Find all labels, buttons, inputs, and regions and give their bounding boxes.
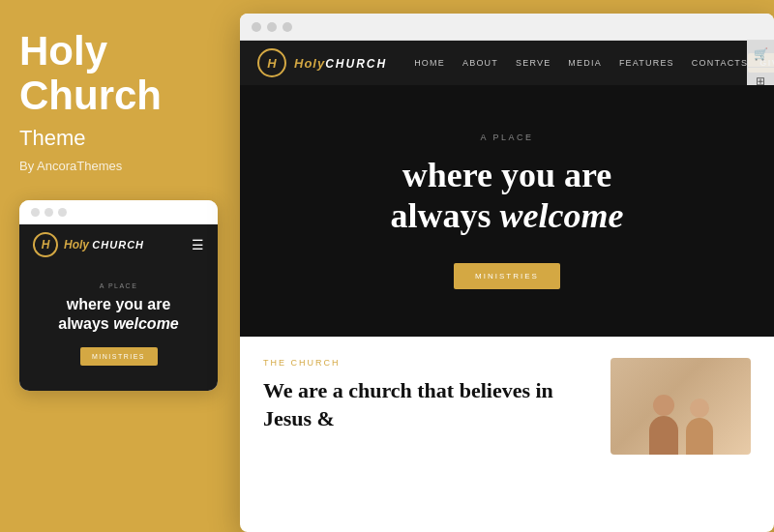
theme-author: By AncoraThemes [19,159,213,173]
desktop-logo-icon: H [257,48,286,77]
person-2 [686,399,713,455]
desktop-icon-cart[interactable]: 🛒 [747,41,774,68]
content-title: We are a church that believes in Jesus & [263,377,591,432]
desktop-content-section: THE CHURCH We are a church that believes… [240,337,774,476]
mobile-hero-text: where you are always welcome [33,295,204,334]
left-panel: Holy Church Theme By AncoraThemes H Holy… [0,0,232,532]
nav-about[interactable]: ABOUT [462,58,498,68]
mobile-logo-text: Holy CHURCH [64,238,144,251]
desktop-hero: A PLACE where you are always welcome MIN… [240,85,774,337]
desktop-nav-links: HOME ABOUT SERVE MEDIA FEATURES CONTACTS [414,58,748,68]
desktop-hero-label: A PLACE [480,133,533,142]
nav-serve[interactable]: SERVE [516,58,551,68]
theme-title: Holy Church [19,29,213,118]
desktop-dot-2 [267,22,277,32]
person-1 [649,395,678,455]
mobile-titlebar [19,200,218,224]
mobile-ministries-button[interactable]: MINISTRIES [80,347,158,366]
desktop-preview: H HolyCHURCH HOME ABOUT SERVE MEDIA FEAT… [240,14,774,532]
mobile-nav: H Holy CHURCH ☰ [19,224,218,265]
content-tag: THE CHURCH [263,358,591,368]
desktop-dot-1 [252,22,261,32]
mobile-logo-icon: H [33,232,58,257]
person-2-body [686,418,713,455]
desktop-titlebar [240,14,774,41]
nav-features[interactable]: FEATURES [619,58,674,68]
nav-home[interactable]: HOME [414,58,445,68]
desktop-logo: H HolyCHURCH [257,48,387,77]
desktop-hero-title: where you are always welcome [391,156,624,236]
desktop-dot-3 [283,22,292,32]
person-1-body [649,416,678,455]
mobile-hero-label: A PLACE [33,282,204,289]
nav-media[interactable]: MEDIA [568,58,602,68]
mobile-preview: H Holy CHURCH ☰ A PLACE where you are al… [19,200,218,391]
dot-1 [31,208,40,217]
mobile-hamburger-icon[interactable]: ☰ [192,237,204,252]
nav-contacts[interactable]: CONTACTS [692,58,748,68]
dot-2 [45,208,53,217]
person-2-head [690,399,709,418]
dot-3 [58,208,67,217]
content-image [610,358,751,455]
desktop-ministries-button[interactable]: MINISTRIES [454,263,560,289]
desktop-nav: H HolyCHURCH HOME ABOUT SERVE MEDIA FEAT… [240,41,774,85]
theme-subtitle: Theme [19,126,213,151]
couple-silhouette [649,395,713,455]
desktop-logo-text: HolyCHURCH [294,56,387,71]
mobile-hero: A PLACE where you are always welcome MIN… [19,265,218,391]
desktop-content-text: THE CHURCH We are a church that believes… [263,358,591,455]
mobile-logo: H Holy CHURCH [33,232,144,257]
person-1-head [653,395,674,416]
